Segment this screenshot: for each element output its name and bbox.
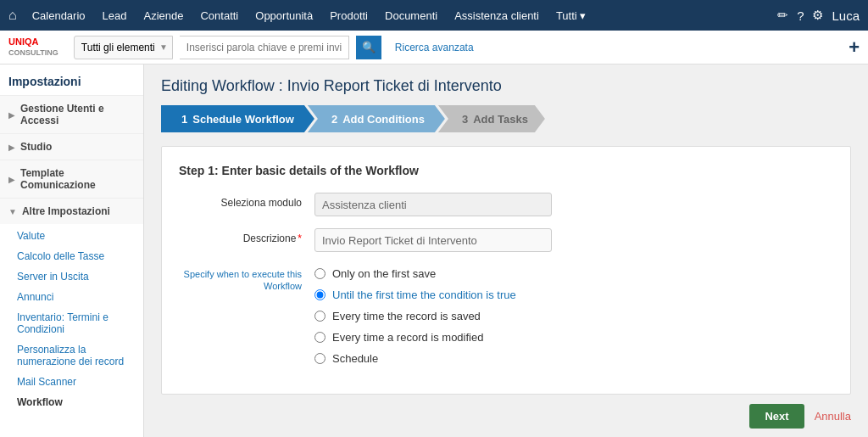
top-navigation: ⌂ Calendario Lead Aziende Contatti Oppor… (0, 0, 868, 31)
form-row-execute: Specify when to execute this Workflow On… (179, 264, 833, 365)
radio-first-save-label: Only on the first save (332, 267, 436, 280)
sidebar-section-template-header[interactable]: ▶ Template Comunicazione (0, 160, 143, 198)
sidebar-title: Impostazioni (0, 64, 143, 95)
sidebar-section-studio-label: Studio (20, 141, 52, 153)
sub-navigation: UNIQA CONSULTING Tutti gli elementi ▼ 🔍 … (0, 31, 868, 64)
arrow-icon: ▶ (8, 110, 15, 120)
form-card-title: Step 1: Enter basic details of the Workf… (179, 164, 833, 177)
settings-icon[interactable]: ⚙ (812, 8, 823, 23)
bottom-actions: Next Annulla (144, 395, 868, 437)
radio-option-every-modified[interactable]: Every time a record is modified (314, 331, 516, 344)
radio-first-condition-label: Until the first time the condition is tr… (332, 289, 516, 301)
radio-first-save[interactable] (314, 268, 326, 279)
step-2[interactable]: 2 Add Conditions (308, 105, 445, 132)
page-title: Editing Workflow : Invio Report Ticket d… (161, 77, 851, 95)
nav-contatti[interactable]: Contatti (193, 6, 245, 25)
step-1-label: Schedule Workflow (192, 113, 294, 126)
nav-items: Calendario Lead Aziende Contatti Opportu… (25, 6, 777, 25)
sidebar-item-tasse[interactable]: Calcolo delle Tasse (0, 246, 143, 266)
main-layout: Impostazioni ▶ Gestione Utenti e Accessi… (0, 64, 868, 437)
nav-calendario[interactable]: Calendario (25, 6, 92, 25)
radio-option-schedule[interactable]: Schedule (314, 352, 516, 365)
sidebar-section-gestione-header[interactable]: ▶ Gestione Utenti e Accessi (0, 96, 143, 133)
nav-prodotti[interactable]: Prodotti (323, 6, 375, 25)
next-button[interactable]: Next (749, 404, 804, 429)
sidebar-item-annunci[interactable]: Annunci (0, 287, 143, 307)
main-area: Editing Workflow : Invio Report Ticket d… (144, 64, 868, 437)
sidebar-section-gestione: ▶ Gestione Utenti e Accessi (0, 95, 143, 133)
nav-assistenza[interactable]: Assistenza clienti (448, 6, 546, 25)
form-card: Step 1: Enter basic details of the Workf… (161, 146, 851, 395)
arrow-icon: ▶ (8, 175, 15, 184)
sidebar-item-mailscanner[interactable]: Mail Scanner (0, 372, 143, 392)
radio-schedule[interactable] (314, 353, 326, 364)
module-label: Seleziona modulo (179, 193, 314, 209)
sidebar-altre-items: Valute Calcolo delle Tasse Server in Usc… (0, 224, 143, 414)
sidebar-section-studio-header[interactable]: ▶ Studio (0, 134, 143, 160)
step-1[interactable]: 1 Schedule Workflow (161, 105, 314, 132)
arrow-expanded-icon: ▼ (8, 207, 17, 216)
arrow-icon: ▶ (8, 143, 15, 152)
main-content: Editing Workflow : Invio Report Ticket d… (144, 64, 868, 395)
radio-option-first-condition[interactable]: Until the first time the condition is tr… (314, 289, 516, 301)
sidebar-section-studio: ▶ Studio (0, 133, 143, 160)
radio-first-condition[interactable] (314, 289, 326, 300)
home-icon[interactable]: ⌂ (8, 8, 17, 23)
radio-every-save-label: Every time the record is saved (332, 310, 481, 322)
sidebar-section-altre: ▼ Altre Impostazioni Valute Calcolo dell… (0, 198, 143, 414)
top-nav-right: ✏ ? ⚙ Luca (777, 8, 860, 23)
search-input[interactable] (180, 36, 349, 59)
sidebar-item-inventario[interactable]: Inventario: Termini e Condizioni (0, 307, 143, 339)
radio-option-every-save[interactable]: Every time the record is saved (314, 310, 516, 322)
sidebar-item-valute[interactable]: Valute (0, 226, 143, 246)
sidebar-item-workflow[interactable]: Workflow (0, 392, 143, 412)
nav-opportunita[interactable]: Opportunità (248, 6, 320, 25)
nav-aziende[interactable]: Aziende (136, 6, 190, 25)
search-button[interactable]: 🔍 (356, 36, 381, 59)
sidebar-section-gestione-label: Gestione Utenti e Accessi (20, 103, 135, 126)
sidebar-section-template: ▶ Template Comunicazione (0, 160, 143, 198)
sidebar-section-template-label: Template Comunicazione (20, 167, 135, 191)
step-2-number: 2 (331, 113, 337, 126)
sidebar-item-numerazione[interactable]: Personalizza la numerazione dei record (0, 339, 143, 372)
step-3[interactable]: 3 Add Tasks (438, 105, 545, 132)
radio-group: Only on the first save Until the first t… (314, 264, 516, 365)
step-2-label: Add Conditions (342, 113, 425, 126)
sidebar-section-altre-header[interactable]: ▼ Altre Impostazioni (0, 199, 143, 224)
step-3-label: Add Tasks (473, 113, 528, 126)
user-menu[interactable]: Luca (832, 8, 860, 23)
execute-label: Specify when to execute this Workflow (179, 264, 314, 293)
radio-every-save[interactable] (314, 311, 326, 322)
edit-icon[interactable]: ✏ (777, 8, 788, 23)
radio-every-modified[interactable] (314, 332, 326, 343)
nav-lead[interactable]: Lead (96, 6, 134, 25)
add-button[interactable]: + (849, 36, 860, 59)
search-filter-wrapper: Tutti gli elementi ▼ (74, 36, 173, 59)
help-icon[interactable]: ? (797, 8, 804, 23)
radio-schedule-label: Schedule (332, 352, 378, 365)
form-row-module: Seleziona modulo (179, 193, 833, 216)
module-input[interactable] (314, 193, 552, 216)
sidebar-section-altre-label: Altre Impostazioni (22, 205, 110, 217)
radio-every-modified-label: Every time a record is modified (332, 331, 483, 344)
steps-bar: 1 Schedule Workflow 2 Add Conditions 3 A… (161, 105, 851, 132)
nav-tutti[interactable]: Tutti ▾ (549, 6, 593, 25)
cancel-button[interactable]: Annulla (815, 410, 851, 423)
description-label: Descrizione (179, 228, 314, 244)
radio-option-first-save[interactable]: Only on the first save (314, 267, 516, 280)
search-filter-select[interactable]: Tutti gli elementi (74, 36, 173, 59)
sidebar-item-server[interactable]: Server in Uscita (0, 266, 143, 287)
nav-documenti[interactable]: Documenti (378, 6, 444, 25)
advanced-search-link[interactable]: Ricerca avanzata (395, 42, 474, 53)
form-row-description: Descrizione (179, 228, 833, 252)
step-1-number: 1 (181, 113, 187, 126)
logo: UNIQA CONSULTING (8, 36, 58, 58)
sidebar: Impostazioni ▶ Gestione Utenti e Accessi… (0, 64, 144, 437)
description-input[interactable] (314, 228, 552, 252)
step-3-number: 3 (462, 113, 468, 126)
